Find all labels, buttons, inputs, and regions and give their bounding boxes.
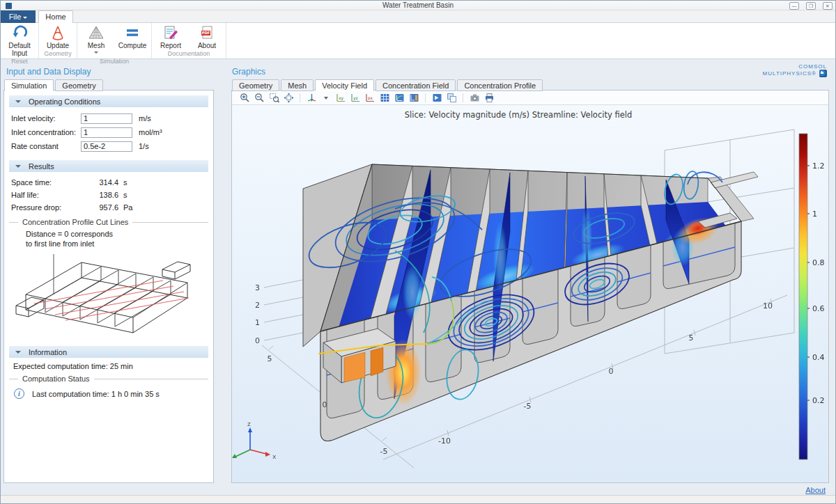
field-unit: m/s [139,114,151,123]
cut-lines-group-title: Concentration Profile Cut Lines [9,218,208,226]
go-to-default-view-icon[interactable] [306,92,317,103]
inlet-concentration-input[interactable] [81,127,132,138]
group-label: Documentation [155,49,222,58]
report-icon [155,24,186,41]
svg-text:2: 2 [255,301,260,310]
field-inlet-concentration: Inlet concentration: mol/m³ [9,125,208,139]
plot-area[interactable]: Slice: Velocity magnitude (m/s) Streamli… [232,105,828,482]
update-button[interactable]: Update [42,24,73,49]
print-icon[interactable] [483,92,495,103]
result-value: 138.6 [86,191,118,199]
about-link[interactable]: About [805,486,826,494]
view-yz-icon[interactable]: yz [350,92,361,103]
tab-home[interactable]: Home [38,10,73,23]
view-zx-icon[interactable]: zx [364,92,376,103]
button-label: Default Input [8,42,31,57]
svg-text:0.4: 0.4 [812,353,825,362]
tab-graphics-mesh[interactable]: Mesh [281,79,314,91]
section-results[interactable]: Results [9,160,208,172]
about-button[interactable]: PDF About [192,24,222,49]
section-operating-conditions[interactable]: Operating Conditions [9,95,208,107]
svg-text:10: 10 [763,301,773,310]
button-label: Report [160,42,181,49]
tab-simulation[interactable]: Simulation [4,79,54,91]
result-value: 314.4 [86,178,118,187]
scene-light-icon[interactable] [431,92,442,103]
rate-constant-input[interactable] [81,141,132,152]
svg-text:1: 1 [255,318,260,327]
result-half-life: Half life: 138.6 s [9,189,208,201]
result-value: 957.6 [86,203,118,212]
left-panel-title: Input and Data Display [6,67,91,77]
button-label: Mesh [88,42,104,49]
velocity-field-plot[interactable]: Slice: Velocity magnitude (m/s) Streamli… [232,105,828,482]
svg-text:0.6: 0.6 [812,304,825,313]
title-bar: Water Treatment Basin — ❐ ✕ [1,1,835,10]
restore-button[interactable]: ❐ [806,2,816,10]
transparency-icon[interactable] [446,92,457,103]
tab-graphics-geometry[interactable]: Geometry [232,79,279,91]
graphics-toolbar: xy yz zx [232,90,828,105]
button-label: About [198,42,216,49]
svg-text:z: z [247,420,251,427]
result-unit: s [123,178,127,187]
svg-text:0: 0 [323,400,327,409]
dropdown-caret-icon [94,52,98,56]
svg-text:x: x [272,453,277,460]
ribbon-tab-strip: File Home [1,10,835,23]
field-inlet-velocity: Inlet velocity: m/s [9,111,208,125]
colorbar: 1.2 1 0.8 0.6 0.4 0.2 [799,134,825,459]
mesh-button[interactable]: Mesh [81,24,111,57]
cut-lines-diagram [13,251,203,336]
zoom-in-icon[interactable] [239,92,250,103]
pdf-icon: PDF [192,24,222,41]
brand-line1: COMSOL [763,63,827,70]
ribbon: Default Input Reset Update Geometry [1,23,835,59]
show-axis-icon[interactable] [408,92,419,103]
compute-button[interactable]: Compute [117,24,148,49]
show-legend-icon[interactable] [394,92,405,103]
default-input-button[interactable]: Default Input [4,24,35,57]
tab-concentration-field[interactable]: Concentration Field [376,79,456,91]
svg-text:-10: -10 [438,436,451,446]
svg-text:-5: -5 [524,402,532,411]
svg-text:1: 1 [812,210,817,219]
field-rate-constant: Rate constant 1/s [9,139,208,153]
view-dropdown-caret-icon[interactable] [320,92,332,103]
zoom-box-icon[interactable] [268,92,279,103]
tab-velocity-field[interactable]: Velocity Field [315,79,374,91]
close-button[interactable]: ✕ [823,2,833,10]
button-label: Compute [118,42,147,49]
tab-concentration-profile[interactable]: Concentration Profile [457,79,543,91]
graphics-panel-title: Graphics [232,67,265,77]
field-unit: 1/s [139,142,149,150]
zoom-out-icon[interactable] [254,92,265,103]
svg-text:0: 0 [609,367,614,376]
svg-text:5: 5 [268,354,272,363]
report-button[interactable]: Report [155,24,186,49]
minimize-button[interactable]: — [789,2,799,10]
svg-text:xy: xy [339,95,344,101]
comsol-logo: COMSOL MULTIPHYSICS® [763,63,827,77]
inlet-velocity-input[interactable] [81,113,132,124]
section-information[interactable]: Information [9,346,208,358]
toolbar-separator [463,93,463,102]
show-grid-icon[interactable] [379,92,390,103]
cut-lines-note: Distance = 0 corresponds to first line f… [9,229,208,249]
tab-geometry[interactable]: Geometry [55,79,102,91]
ribbon-group-reset: Default Input Reset [1,23,39,58]
info-icon: i [14,388,24,399]
file-menu-button[interactable]: File [1,10,36,23]
field-label: Inlet concentration: [11,128,81,136]
svg-text:-5: -5 [380,447,388,456]
svg-text:0.8: 0.8 [812,258,825,267]
svg-text:zx: zx [368,95,373,100]
zoom-extents-icon[interactable] [283,92,294,103]
snapshot-icon[interactable] [469,92,480,103]
group-label: Geometry [42,49,73,58]
app-window: Water Treatment Basin — ❐ ✕ File Home De… [0,0,836,504]
view-xy-icon[interactable]: xy [335,92,346,103]
comsol-logo-icon [819,70,827,77]
svg-text:5: 5 [689,333,694,342]
result-pressure-drop: Pressure drop: 957.6 Pa [9,201,208,214]
